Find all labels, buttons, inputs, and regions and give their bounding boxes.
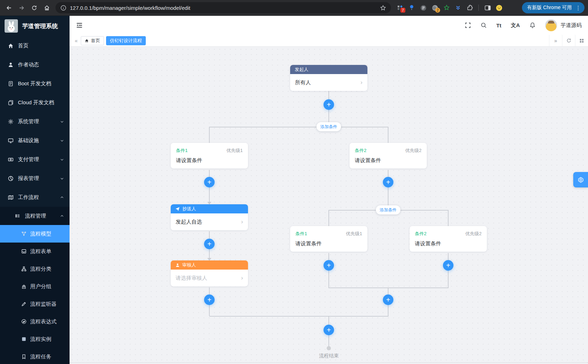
connector-line — [388, 170, 388, 210]
bookmark-star-icon[interactable] — [380, 5, 386, 11]
browser-url-bar[interactable]: 127.0.0.1/bpm/manager/simple/workflow/mo… — [55, 2, 391, 13]
chrome-update-button[interactable]: 有新版 Chrome 可用 ⋮ — [522, 2, 584, 13]
browser-menu-kebab-icon[interactable]: ⋮ — [575, 5, 581, 11]
browser-chrome: 127.0.0.1/bpm/manager/simple/workflow/mo… — [0, 0, 588, 16]
add-node-button[interactable]: + — [204, 177, 215, 187]
layout-grid-icon[interactable] — [575, 35, 588, 46]
cc-node-header: 抄送人 — [171, 204, 248, 213]
connector-line — [388, 127, 388, 143]
sidebar-item-infra[interactable]: 基础设施 — [0, 131, 70, 150]
instance-icon — [21, 336, 27, 342]
sidebar-item-process-mgmt[interactable]: 流程管理 — [0, 207, 70, 225]
extension-icon-2[interactable]: 2 — [431, 4, 438, 11]
sidebar-item-system[interactable]: 系统管理 — [0, 112, 70, 131]
tabbar: « 首页 仿钉钉设计流程 » — [70, 35, 588, 47]
language-icon[interactable]: 文A — [511, 22, 520, 29]
end-node-dot — [327, 346, 331, 350]
condition-node-2[interactable]: 条件2 优先级2 请设置条件 — [349, 143, 427, 168]
site-info-icon[interactable] — [60, 5, 66, 11]
workflow-canvas[interactable]: 发起人 所有人 › + 添加条件 条件1 优先级1 请设置条件 — [70, 47, 588, 364]
add-node-button[interactable]: + — [443, 260, 453, 271]
nested-condition-node-1[interactable]: 条件1 优先级1 请设置条件 — [290, 226, 367, 252]
condition-name: 条件2 — [415, 231, 426, 237]
notification-bell-icon[interactable] — [529, 22, 536, 28]
side-panel-icon[interactable] — [484, 4, 491, 11]
nested-condition-node-2[interactable]: 条件2 优先级2 请设置条件 — [410, 226, 487, 252]
chevron-right-icon: › — [241, 218, 243, 225]
add-node-button[interactable]: + — [204, 294, 215, 305]
sidebar-item-process-model[interactable]: 流程模型 — [0, 225, 70, 243]
fullscreen-icon[interactable] — [465, 22, 471, 28]
browser-forward-icon[interactable] — [15, 2, 27, 14]
sidebar: 芋道管理系统 首页 作者动态 Boot 开发文档 Cloud 开发文档 系统管理… — [0, 16, 70, 364]
extension-badge: 7 — [400, 8, 405, 13]
sidebar-item-payment[interactable]: 支付管理 — [0, 150, 70, 169]
payment-icon — [8, 157, 14, 163]
form-icon — [21, 249, 27, 254]
condition-node-1[interactable]: 条件1 优先级1 请设置条件 — [171, 143, 248, 168]
extension-icon-1[interactable]: 7 — [397, 4, 404, 11]
sidebar-item-home[interactable]: 首页 — [0, 36, 70, 55]
documents-icon — [8, 100, 14, 106]
add-node-button[interactable]: + — [324, 325, 334, 335]
refresh-page-icon[interactable] — [562, 35, 575, 46]
chevron-down-icon — [60, 139, 64, 143]
browser-back-icon[interactable] — [3, 2, 15, 14]
add-node-button[interactable]: + — [324, 99, 334, 110]
pen-icon — [21, 301, 27, 307]
canvas-settings-button[interactable] — [573, 172, 588, 187]
search-icon[interactable] — [481, 22, 487, 28]
approver-node[interactable]: 审核人 请选择审核人 › — [171, 260, 248, 286]
cc-node[interactable]: 抄送人 发起人自选 › — [171, 204, 248, 230]
add-condition-button[interactable]: 添加条件 — [316, 122, 341, 131]
username: 芋道源码 — [561, 22, 582, 29]
toolbar-divider — [478, 5, 479, 11]
extension-icon-chevrons[interactable] — [455, 4, 462, 11]
add-condition-button[interactable]: 添加条件 — [376, 205, 400, 214]
cc-node-content: 发起人自选 — [176, 219, 202, 225]
add-node-button[interactable]: + — [324, 260, 334, 271]
browser-extensions-area: 7 2 — [397, 4, 503, 11]
sidebar-item-process-form[interactable]: 流程表单 — [0, 243, 70, 260]
document-icon — [8, 81, 14, 87]
add-node-button[interactable]: + — [383, 177, 393, 187]
sidebar-item-author[interactable]: 作者动态 — [0, 55, 70, 74]
tab-home[interactable]: 首页 — [81, 36, 104, 45]
chevron-down-icon — [60, 120, 64, 124]
collapse-sidebar-icon[interactable] — [76, 22, 83, 29]
browser-home-icon[interactable] — [41, 2, 53, 14]
app-logo-row[interactable]: 芋道管理系统 — [0, 16, 70, 36]
chevron-right-icon: › — [360, 79, 362, 86]
sidebar-item-workflow[interactable]: 工作流程 — [0, 188, 70, 207]
user-menu[interactable]: 芋道源码 — [545, 19, 582, 31]
profile-avatar-icon[interactable] — [496, 4, 503, 11]
extension-icon-star[interactable] — [443, 4, 450, 11]
url-text[interactable]: 127.0.0.1/bpm/manager/simple/workflow/mo… — [70, 5, 377, 11]
sidebar-item-boot-docs[interactable]: Boot 开发文档 — [0, 74, 70, 93]
start-node[interactable]: 发起人 所有人 › — [290, 65, 367, 91]
add-node-button[interactable]: + — [204, 239, 215, 249]
add-node-button[interactable]: + — [383, 294, 393, 305]
list-icon — [15, 213, 21, 219]
extensions-puzzle-icon[interactable] — [466, 4, 473, 11]
user-icon — [175, 263, 180, 267]
sidebar-item-user-group[interactable]: 用户分组 — [0, 278, 70, 295]
tab-workflow-designer[interactable]: 仿钉钉设计流程 — [106, 36, 146, 45]
sidebar-item-process-listener[interactable]: 流程监听器 — [0, 295, 70, 313]
connector-line — [328, 210, 329, 226]
extension-icon-dark[interactable] — [420, 4, 427, 11]
sidebar-item-cloud-docs[interactable]: Cloud 开发文档 — [0, 93, 70, 112]
font-size-icon[interactable]: Tt — [496, 22, 501, 28]
sidebar-item-report[interactable]: 报表管理 — [0, 169, 70, 188]
sidebar-item-process-expression[interactable]: 流程表达式 — [0, 313, 70, 330]
condition-content: 请设置条件 — [355, 157, 422, 164]
chevron-down-icon — [60, 158, 64, 161]
tabbar-actions: » — [549, 35, 588, 46]
sidebar-item-process-instance[interactable]: 流程实例 — [0, 330, 70, 348]
extension-icon-balloon[interactable] — [408, 4, 415, 11]
browser-refresh-icon[interactable] — [28, 2, 40, 14]
tabs-scroll-left-icon[interactable]: « — [72, 38, 81, 44]
tabs-scroll-right-icon[interactable]: » — [549, 35, 562, 46]
sidebar-item-process-category[interactable]: 流程分类 — [0, 260, 70, 278]
sidebar-item-process-task[interactable]: 流程任务 — [0, 348, 70, 364]
